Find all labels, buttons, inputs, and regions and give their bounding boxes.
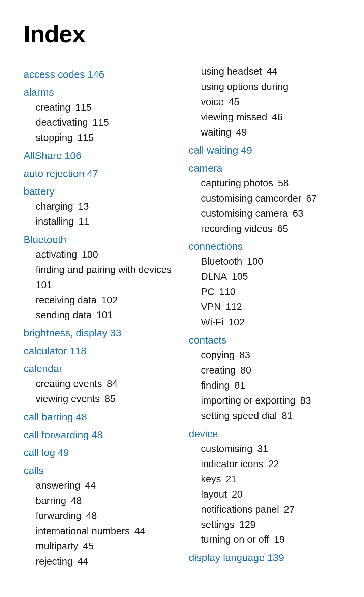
sub-entry: settings 129: [189, 517, 340, 532]
index-link[interactable]: AllShare106: [24, 150, 81, 161]
index-link[interactable]: access codes146: [24, 69, 104, 80]
sub-entry: Wi-Fi 102: [189, 315, 340, 330]
page-number: 84: [104, 378, 118, 389]
page-number: 102: [226, 317, 245, 327]
page-number: 33: [110, 327, 121, 338]
sub-entry: importing or exporting 83: [189, 393, 340, 408]
index-link[interactable]: connections: [189, 241, 243, 252]
page-number: 101: [94, 309, 113, 320]
sub-entry: voice 45: [189, 94, 340, 110]
sub-entry: VPN 112: [189, 299, 340, 315]
page-number: 118: [69, 345, 86, 356]
index-link[interactable]: camera: [189, 162, 222, 174]
sub-entry: Bluetooth 100: [189, 254, 340, 269]
index-entry: call barring48: [24, 409, 175, 424]
sub-entry: notifications panel 27: [189, 502, 340, 517]
page-number: 49: [58, 447, 69, 458]
sub-entry: multiparty 45: [24, 539, 175, 554]
index-link[interactable]: call waiting49: [189, 145, 252, 156]
sub-entry: customising 31: [189, 441, 340, 456]
index-entry: callsanswering 44barring 48forwarding 48…: [24, 463, 175, 569]
page-number: 115: [90, 117, 109, 128]
page-number: 47: [87, 168, 98, 179]
index-link[interactable]: calculator118: [24, 345, 86, 356]
page-number: 80: [238, 365, 251, 376]
page-number: 83: [237, 350, 250, 360]
index-link[interactable]: auto rejection47: [24, 168, 98, 179]
index-entry: connectionsBluetooth 100DLNA 105PC 110VP…: [189, 239, 340, 330]
sub-entry: barring 48: [24, 493, 175, 508]
index-link[interactable]: calendar: [24, 363, 62, 374]
sub-entry: waiting 49: [189, 125, 340, 140]
index-link[interactable]: brightness, display33: [24, 327, 121, 338]
page-number: 83: [297, 395, 311, 406]
sub-entry: creating events 84: [24, 376, 175, 391]
page-number: 139: [267, 552, 284, 563]
page-number: 65: [275, 223, 288, 234]
page-number: 44: [82, 480, 96, 491]
index-link[interactable]: call barring48: [24, 411, 87, 422]
page-number: 21: [223, 474, 237, 484]
index-entry: access codes146: [24, 67, 175, 82]
sub-entry: DLNA 105: [189, 269, 340, 284]
index-link[interactable]: calls: [24, 465, 44, 476]
sub-entry: turning on or off 19: [189, 532, 340, 547]
sub-entry: creating 80: [189, 363, 340, 378]
page-number: 48: [68, 495, 82, 506]
page-number: 106: [64, 150, 81, 161]
sub-entry: international numbers 44: [24, 524, 175, 539]
page-number: 49: [233, 127, 247, 138]
page-number: 48: [83, 510, 97, 521]
index-entry: contactscopying 83creating 80finding 81i…: [189, 332, 340, 423]
index-entry: calculator118: [24, 343, 175, 358]
left-column: access codes146alarmscreating 115deactiv…: [24, 64, 189, 570]
index-link[interactable]: device: [189, 428, 218, 439]
index-entry: call waiting49: [189, 143, 340, 158]
right-column: using headset 44using options duringvoic…: [189, 64, 340, 566]
index-entry: brightness, display33: [24, 325, 175, 340]
sub-entry: sending data 101: [24, 307, 175, 323]
page-number: 31: [254, 443, 268, 454]
index-entry: call forwarding48: [24, 427, 175, 442]
page-number: 63: [290, 208, 303, 219]
sub-entry: recording videos 65: [189, 221, 340, 236]
sub-entry: stopping 115: [24, 130, 175, 145]
page-title: Index: [24, 20, 340, 48]
index-link[interactable]: display language139: [189, 552, 284, 563]
sub-entry: creating 115: [24, 100, 175, 115]
page-number: 100: [244, 256, 263, 267]
sub-entry: PC 110: [189, 284, 340, 299]
index-link[interactable]: battery: [24, 186, 55, 197]
sub-entry: customising camcorder 67: [189, 191, 340, 206]
page-number: 44: [264, 66, 277, 77]
page-number: 112: [223, 301, 242, 312]
page-number: 13: [75, 201, 89, 212]
sub-entry: using options during: [189, 79, 340, 94]
page-number: 45: [226, 96, 239, 107]
index-link[interactable]: alarms: [24, 87, 54, 98]
index-entry: devicecustomising 31indicator icons 22ke…: [189, 426, 340, 547]
page-number: 19: [271, 534, 285, 545]
index-columns: access codes146alarmscreating 115deactiv…: [24, 64, 340, 570]
index-entry: AllShare106: [24, 148, 175, 163]
page-number: 105: [229, 271, 248, 282]
index-link[interactable]: call log49: [24, 447, 69, 458]
page-number: 44: [132, 526, 145, 536]
sub-entry: using headset 44: [189, 64, 340, 79]
sub-entry: finding and pairing with devices 101: [24, 262, 175, 293]
index-entry: alarmscreating 115deactivating 115stoppi…: [24, 85, 175, 145]
index-link[interactable]: contacts: [189, 334, 226, 346]
sub-entry: customising camera 63: [189, 206, 340, 221]
page-number: 46: [269, 112, 283, 122]
index-link[interactable]: Bluetooth: [24, 234, 66, 245]
page-number: 44: [75, 556, 88, 567]
page-number: 115: [72, 102, 91, 113]
sub-entry: installing 11: [24, 214, 175, 229]
sub-entry: charging 13: [24, 199, 175, 214]
index-link[interactable]: call forwarding48: [24, 429, 103, 440]
sub-entry: viewing events 85: [24, 391, 175, 407]
sub-entry: copying 83: [189, 348, 340, 363]
page-number: 22: [265, 458, 279, 469]
page-number: 48: [76, 411, 87, 422]
page-number: 115: [75, 132, 94, 143]
